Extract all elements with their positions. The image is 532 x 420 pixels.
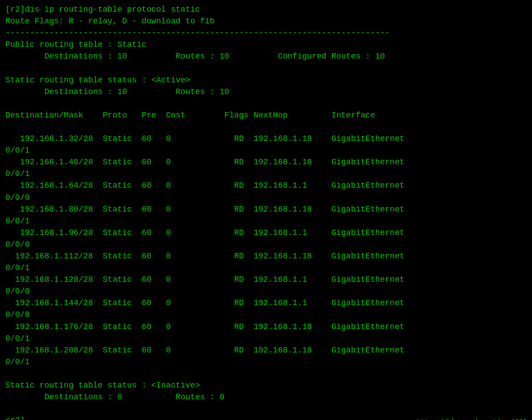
watermark: https://blog.csdn.net/zrz1028 [417, 417, 527, 420]
terminal-output: [r2]dis ip routing-table protocol static… [5, 4, 527, 420]
